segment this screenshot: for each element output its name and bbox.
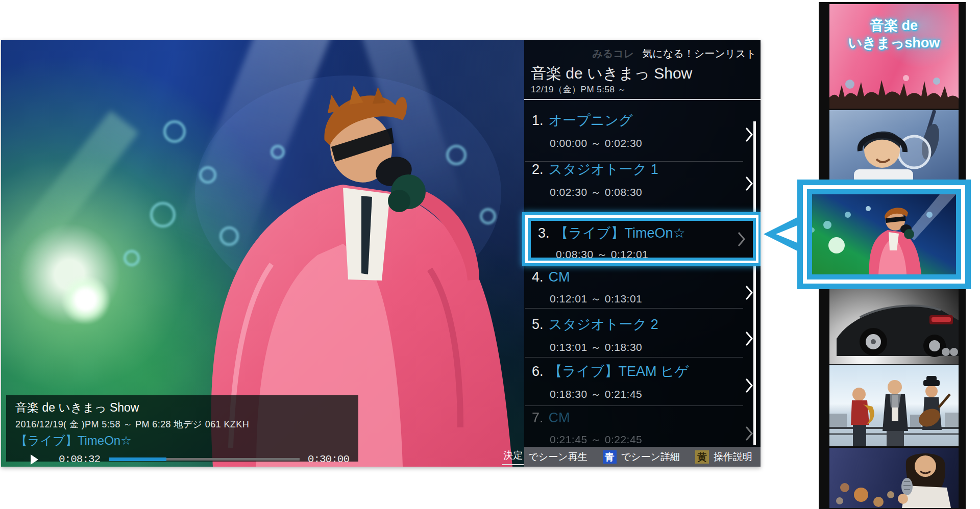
scene-time: 0:21:45 ～ 0:22:45 (532, 432, 737, 447)
scene-time: 0:12:01 ～ 0:13:01 (532, 292, 737, 306)
scrollbar[interactable] (753, 121, 756, 445)
blue-key-text: でシーン詳細 (621, 450, 680, 464)
title-card-line2: いきまっshow (829, 35, 959, 52)
yellow-key-text: 操作説明 (714, 450, 752, 464)
scene-item-3-selected[interactable]: 3.【ライブ】TimeOn☆ 0:08:30 ～ 0:12:01 (522, 212, 761, 266)
blue-key-badge: 青 (603, 450, 617, 464)
chevron-right-icon (745, 331, 753, 346)
scene-number: 3. (538, 225, 550, 241)
progress-fill (109, 457, 166, 461)
now-playing-scene: 【ライブ】TimeOn☆ (15, 432, 349, 449)
scene-number: 5. (532, 317, 544, 332)
now-playing-title: 音楽 de いきまっ Show (15, 400, 349, 416)
play-icon (31, 454, 38, 465)
scene-item-5[interactable]: 5.スタジオトーク 2 0:13:01 ～ 0:18:30 (532, 315, 737, 362)
scene-list-heading: 気になる！シーンリスト (642, 48, 756, 59)
chevron-right-icon (745, 127, 753, 142)
scene-item-2[interactable]: 2.スタジオトーク 1 0:02:30 ～ 0:08:30 (532, 160, 737, 207)
selected-thumbnail-callout (797, 180, 971, 289)
progress-row: 0:08:32 0:30:00 (15, 453, 349, 465)
band-illustration (829, 365, 959, 446)
chevron-right-icon (745, 378, 753, 393)
tv-screen: 音楽 de いきまっ Show 2016/12/19( 金 )PM 5:58 ～… (1, 40, 761, 467)
thumbnail-studio-singer (829, 110, 959, 182)
divider (525, 357, 743, 358)
scene-title: スタジオトーク 2 (549, 317, 658, 332)
now-playing-info: 2016/12/19( 金 )PM 5:58 ～ PM 6:28 地デジ 061… (15, 418, 349, 430)
progress-bar (109, 458, 300, 461)
scene-number: 2. (532, 162, 544, 177)
thumbnail-bearded-singer (829, 448, 959, 508)
scene-number: 1. (532, 113, 544, 128)
enter-key-hint: 決定 でシーン再生 (502, 449, 587, 465)
scene-title: CM (549, 410, 570, 425)
scene-time: 0:00:00 ～ 0:02:30 (532, 136, 737, 150)
scene-number: 6. (532, 364, 544, 379)
program-title: 音楽 de いきまっ Show (531, 63, 692, 84)
total-duration: 0:30:00 (308, 453, 349, 465)
blue-key-hint: 青 でシーン詳細 (603, 450, 680, 464)
mirucolle-logo: みるコレ (592, 48, 634, 59)
scene-item-1[interactable]: 1.オープニング 0:00:00 ～ 0:02:30 (532, 111, 737, 158)
thumbnail-title-card: 音楽 de いきまっshow (829, 4, 959, 109)
scene-title: 【ライブ】TimeOn☆ (555, 225, 685, 241)
scene-number: 4. (532, 269, 544, 285)
chevron-right-icon (745, 285, 753, 300)
bearded-singer-illustration (829, 448, 959, 508)
chevron-right-icon (745, 426, 753, 441)
scene-number: 7. (532, 410, 544, 425)
elapsed-time: 0:08:32 (59, 453, 100, 465)
scene-title: オープニング (549, 113, 633, 128)
thumbnail-car (829, 289, 959, 364)
program-schedule: 12/19（金）PM 5:58 ～ (531, 84, 626, 95)
now-playing-overlay: 音楽 de いきまっ Show 2016/12/19( 金 )PM 5:58 ～… (6, 395, 358, 462)
title-card-line1: 音楽 de (829, 17, 959, 35)
key-hint-bar: 決定 でシーン再生 青 でシーン詳細 黄 操作説明 (524, 447, 761, 467)
scene-item-6[interactable]: 6.【ライブ】TEAM ヒゲ 0:18:30 ～ 0:21:45 (532, 362, 737, 409)
scene-item-4[interactable]: 4.CM 0:12:01 ～ 0:13:01 (532, 269, 737, 316)
scene-list-panel: みるコレ気になる！シーンリスト 音楽 de いきまっ Show 12/19（金）… (524, 40, 761, 467)
divider (525, 308, 743, 309)
divider (524, 99, 761, 100)
enter-key-label: 決定 (502, 449, 524, 465)
panel-header: みるコレ気になる！シーンリスト (592, 47, 756, 61)
thumbnail-rooftop-band (829, 365, 959, 446)
title-card-text: 音楽 de いきまっshow (829, 17, 959, 52)
yellow-key-hint: 黄 操作説明 (695, 450, 752, 464)
scene-title: 【ライブ】TEAM ヒゲ (549, 364, 689, 379)
yellow-key-badge: 黄 (695, 450, 709, 464)
stage-mini-illustration (812, 194, 956, 274)
selected-thumbnail-image (807, 189, 961, 279)
enter-key-text: でシーン再生 (528, 450, 587, 464)
studio-singer-illustration (829, 110, 959, 182)
car-illustration (829, 289, 959, 364)
chevron-right-icon (745, 176, 753, 191)
divider (525, 405, 743, 406)
chevron-right-icon (738, 232, 746, 247)
scene-time: 0:13:01 ～ 0:18:30 (532, 340, 737, 354)
scene-time: 0:08:30 ～ 0:12:01 (538, 247, 753, 262)
scene-time: 0:02:30 ～ 0:08:30 (532, 185, 737, 199)
callout-arrow-icon (764, 217, 799, 251)
scene-title: スタジオトーク 1 (549, 162, 658, 177)
crowd-silhouette (829, 75, 959, 109)
scene-title: CM (549, 269, 570, 285)
scene-time: 0:18:30 ～ 0:21:45 (532, 387, 737, 401)
